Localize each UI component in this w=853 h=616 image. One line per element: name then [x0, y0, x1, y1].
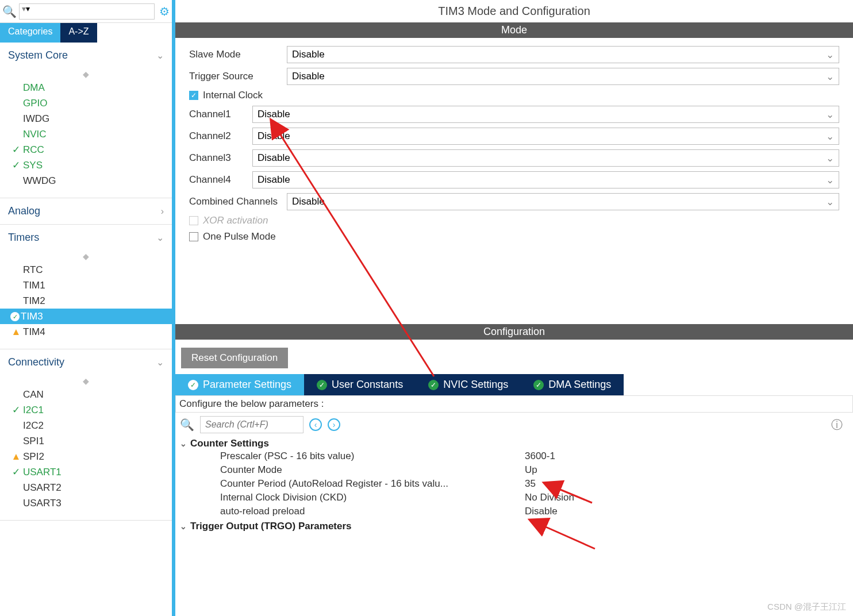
tab-categories[interactable]: Categories [0, 23, 60, 43]
sidebar-item-nvic[interactable]: NVIC [0, 126, 172, 142]
sidebar-item-wwdg[interactable]: WWDG [0, 173, 172, 188]
combined-channels-label: Combined Channels [189, 196, 287, 207]
sidebar-tabs: Categories A->Z [0, 23, 172, 43]
channel2-label: Channel2 [189, 130, 252, 142]
sidebar-item-i2c2[interactable]: I2C2 [0, 418, 172, 433]
sidebar-item-tim4[interactable]: ▲TIM4 [0, 324, 172, 340]
sidebar-item-tim3[interactable]: ✓TIM3 [0, 309, 172, 324]
tab-parameter-settings[interactable]: ✓Parameter Settings [175, 374, 304, 395]
one-pulse-checkbox[interactable] [189, 232, 198, 241]
param-row[interactable]: Counter Period (AutoReload Register - 16… [180, 477, 848, 491]
search-icon: 🔍 [180, 418, 194, 432]
trgo-group[interactable]: ⌄Trigger Output (TRGO) Parameters [180, 521, 848, 532]
sidebar: 🔍 ▾ ⚙ Categories A->Z System Core⌄◆DMAGP… [0, 0, 175, 616]
sort-icon[interactable]: ◆ [0, 375, 172, 387]
config-tabs: ✓Parameter Settings ✓User Constants ✓NVI… [175, 374, 853, 395]
param-row[interactable]: Prescaler (PSC - 16 bits value)3600-1 [180, 449, 848, 463]
sidebar-item-tim2[interactable]: TIM2 [0, 293, 172, 309]
tab-az[interactable]: A->Z [60, 23, 97, 43]
sort-icon[interactable]: ◆ [0, 251, 172, 262]
xor-checkbox [189, 216, 198, 225]
config-instruction: Configure the below parameters : [175, 395, 853, 413]
sort-icon[interactable]: ◆ [0, 68, 172, 80]
reset-configuration-button[interactable]: Reset Configuration [181, 348, 288, 368]
slave-mode-select[interactable]: Disable⌄ [287, 46, 839, 63]
channel2-select[interactable]: Disable⌄ [252, 128, 839, 145]
counter-settings-group[interactable]: ⌄Counter Settings [180, 438, 848, 449]
parameter-tree: ⌄Counter Settings Prescaler (PSC - 16 bi… [175, 437, 853, 533]
tab-dma-settings[interactable]: ✓DMA Settings [521, 374, 624, 395]
param-row[interactable]: Internal Clock Division (CKD)No Division [180, 491, 848, 505]
trigger-source-label: Trigger Source [189, 71, 287, 82]
sidebar-item-rtc[interactable]: RTC [0, 262, 172, 278]
sidebar-item-usart1[interactable]: ✓USART1 [0, 464, 172, 480]
sidebar-item-spi1[interactable]: SPI1 [0, 433, 172, 449]
channel4-select[interactable]: Disable⌄ [252, 171, 839, 188]
sidebar-item-sys[interactable]: ✓SYS [0, 157, 172, 173]
main-panel: TIM3 Mode and Configuration Mode Slave M… [175, 0, 853, 616]
gear-icon[interactable]: ⚙ [159, 5, 170, 18]
search-icon: 🔍 [2, 5, 17, 18]
param-row[interactable]: Counter ModeUp [180, 463, 848, 477]
search-prev-button[interactable]: ‹ [309, 418, 322, 431]
watermark: CSDN @混子王江江 [767, 602, 846, 613]
channel3-label: Channel3 [189, 152, 252, 164]
sidebar-item-gpio[interactable]: GPIO [0, 95, 172, 111]
xor-label: XOR activation [203, 215, 268, 226]
internal-clock-checkbox[interactable]: ✓ [189, 91, 198, 100]
param-row[interactable]: auto-reload preloadDisable [180, 505, 848, 518]
sidebar-item-usart2[interactable]: USART2 [0, 480, 172, 495]
section-timers[interactable]: Timers⌄ [0, 225, 172, 251]
one-pulse-label: One Pulse Mode [203, 231, 276, 242]
trigger-source-select[interactable]: Disable⌄ [287, 68, 839, 85]
combined-channels-select[interactable]: Disable⌄ [287, 193, 839, 210]
section-analog[interactable]: Analog› [0, 198, 172, 224]
section-system-core[interactable]: System Core⌄ [0, 43, 172, 68]
section-connectivity[interactable]: Connectivity⌄ [0, 349, 172, 375]
mode-bar: Mode [175, 22, 853, 38]
channel1-select[interactable]: Disable⌄ [252, 106, 839, 123]
tab-user-constants[interactable]: ✓User Constants [304, 374, 416, 395]
sidebar-item-iwdg[interactable]: IWDG [0, 111, 172, 126]
mode-body: Slave Mode Disable⌄ Trigger Source Disab… [175, 38, 853, 324]
tab-nvic-settings[interactable]: ✓NVIC Settings [416, 374, 521, 395]
sidebar-item-i2c1[interactable]: ✓I2C1 [0, 402, 172, 418]
search-next-button[interactable]: › [328, 418, 340, 431]
sidebar-item-tim1[interactable]: TIM1 [0, 278, 172, 293]
slave-mode-label: Slave Mode [189, 49, 287, 60]
sidebar-item-rcc[interactable]: ✓RCC [0, 142, 172, 157]
page-title: TIM3 Mode and Configuration [175, 0, 853, 22]
sidebar-item-spi2[interactable]: ▲SPI2 [0, 449, 172, 464]
channel3-select[interactable]: Disable⌄ [252, 149, 839, 167]
param-search-input[interactable] [200, 416, 303, 433]
info-icon[interactable]: ⓘ [831, 417, 843, 433]
sidebar-top: 🔍 ▾ ⚙ [0, 0, 172, 23]
sidebar-item-dma[interactable]: DMA [0, 80, 172, 95]
internal-clock-label: Internal Clock [203, 90, 263, 101]
config-bar: Configuration [175, 324, 853, 340]
channel4-label: Channel4 [189, 174, 252, 186]
channel1-label: Channel1 [189, 109, 252, 120]
sidebar-item-usart3[interactable]: USART3 [0, 495, 172, 511]
sidebar-search-select[interactable]: ▾ [19, 3, 155, 20]
sidebar-item-can[interactable]: CAN [0, 387, 172, 402]
